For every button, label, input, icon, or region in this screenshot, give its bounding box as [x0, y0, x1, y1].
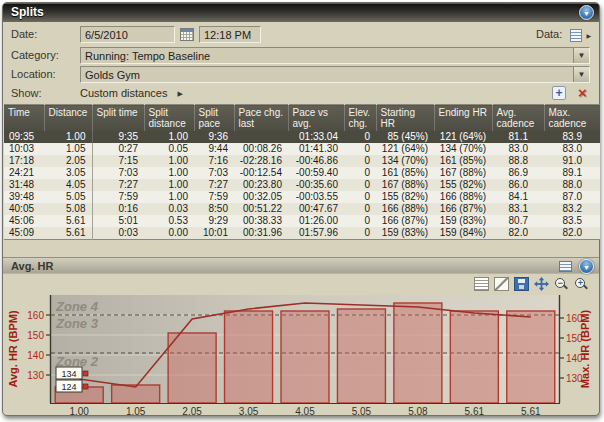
column-header[interactable]: Split time — [92, 105, 144, 132]
delete-split-button[interactable]: × — [575, 85, 590, 100]
table-cell: -00:03.55 — [288, 191, 344, 203]
column-header[interactable]: Split pace — [194, 105, 234, 132]
table-cell: 0.53 — [144, 215, 194, 227]
column-header[interactable]: Split distance — [144, 105, 194, 132]
table-cell: 89.1 — [544, 167, 600, 179]
data-icon[interactable] — [570, 29, 582, 42]
table-cell: 01:41.30 — [288, 143, 344, 155]
table-cell: 83.5 — [544, 215, 600, 227]
table-cell: 5:01 — [92, 215, 144, 227]
zone-label: Zone 4 — [55, 299, 99, 314]
table-row[interactable]: 24:213.057:031.007:03-00:12.54-00:59.400… — [4, 167, 600, 179]
table-cell: 31:48 — [4, 179, 44, 191]
data-table-view-icon[interactable] — [474, 277, 489, 291]
table-cell: 45:06 — [4, 215, 44, 227]
table-cell: 01:57.96 — [288, 227, 344, 240]
table-cell: 40:05 — [4, 203, 44, 215]
table-cell: 83.2 — [544, 203, 600, 215]
table-cell: 8:50 — [194, 203, 234, 215]
table-cell: 00:51.22 — [234, 203, 288, 215]
table-cell: 83.0 — [544, 143, 600, 155]
table-cell: 85 (45%) — [376, 131, 434, 143]
table-cell: 0 — [344, 227, 376, 240]
column-header[interactable]: Pace vs avg. — [288, 105, 344, 132]
calendar-icon[interactable] — [180, 28, 194, 41]
column-header[interactable]: Elev. chg. — [344, 105, 376, 132]
chart-menu-icon[interactable] — [559, 261, 572, 272]
chevron-down-icon: ▼ — [580, 7, 593, 20]
time-input[interactable]: 12:18 PM — [199, 26, 261, 43]
column-header[interactable]: Distance — [44, 105, 92, 132]
table-row[interactable]: 39:485.057:591.007:5900:32.05-00:03.5501… — [4, 191, 600, 203]
zoom-in-icon[interactable]: + — [574, 277, 589, 291]
table-cell: 81.1 — [492, 131, 544, 143]
table-cell: 0 — [344, 191, 376, 203]
table-cell: -00:35.60 — [288, 179, 344, 191]
splits-collapse-button[interactable]: ▼ — [579, 5, 594, 20]
add-split-button[interactable]: + — [552, 86, 566, 100]
category-select[interactable]: Running: Tempo Baseline ▼ — [80, 47, 590, 64]
table-cell: 7:27 — [194, 179, 234, 191]
table-cell: -00:59.40 — [288, 167, 344, 179]
table-cell: 7:03 — [92, 167, 144, 179]
table-cell: 166 (87%) — [434, 203, 492, 215]
chart-view-icon[interactable] — [494, 277, 509, 291]
table-cell: 0 — [344, 203, 376, 215]
pan-icon[interactable] — [534, 277, 549, 291]
avg-hr-collapse-button[interactable]: ▼ — [579, 259, 594, 274]
location-dropdown-button[interactable]: ▼ — [573, 67, 589, 82]
x-tick-label: 5.08 — [408, 406, 428, 417]
table-row[interactable]: 17:182.057:151.007:16-02:28.16-00:46.860… — [4, 155, 600, 167]
column-header[interactable]: Starting HR — [376, 105, 434, 132]
splits-titlebar: Splits ▼ — [3, 3, 599, 22]
category-dropdown-button[interactable]: ▼ — [573, 48, 589, 63]
category-row: Category: Running: Tempo Baseline ▼ — [3, 47, 599, 65]
save-icon[interactable] — [514, 277, 529, 291]
date-input[interactable]: 6/5/2010 — [80, 26, 175, 43]
table-cell: 9:36 — [194, 131, 234, 143]
table-row[interactable]: 45:095.610:030.0010:0100:31.9601:57.9601… — [4, 227, 600, 240]
table-cell: 0 — [344, 179, 376, 191]
table-row[interactable]: 09:351.009:351.009:3601:33.04085 (45%)12… — [4, 131, 600, 143]
table-cell: 45:09 — [4, 227, 44, 240]
table-cell: 167 (88%) — [376, 179, 434, 191]
column-header[interactable]: Time — [4, 105, 44, 132]
splits-window: Splits ▼ Date: 6/5/2010 12:18 PM Data: ▶… — [2, 2, 600, 416]
zoom-out-icon[interactable]: − — [554, 277, 569, 291]
y-tick-left: 130 — [27, 370, 44, 381]
column-header[interactable]: Max. cadence — [544, 105, 600, 132]
x-tick-label: 4.05 — [295, 406, 315, 417]
table-row[interactable]: 45:065.615:010.539:2900:38.3301:26.00016… — [4, 215, 600, 227]
table-cell: 121 (64%) — [434, 131, 492, 143]
table-row[interactable]: 10:031.050:270.059:4400:08.2601:41.30012… — [4, 143, 600, 155]
table-cell: 5.05 — [44, 191, 92, 203]
chevron-down-icon: ▼ — [580, 261, 593, 274]
chevron-down-icon: ▼ — [578, 70, 586, 79]
table-cell: 7:59 — [194, 191, 234, 203]
avg-hr-chart[interactable]: Zone 4Zone 3Zone 21341241301301401401501… — [3, 293, 599, 417]
table-cell: 166 (88%) — [376, 203, 434, 215]
date-label: Date: — [11, 28, 37, 40]
table-cell: 159 (84%) — [434, 227, 492, 240]
column-header[interactable]: Avg. cadence — [492, 105, 544, 132]
show-distances-link[interactable]: Custom distances▶ — [80, 87, 183, 99]
table-row[interactable]: 31:484.057:271.007:2700:23.80-00:35.6001… — [4, 179, 600, 191]
location-select[interactable]: Golds Gym ▼ — [80, 66, 590, 83]
left-axis-title: Avg. HR (BPM) — [7, 310, 19, 388]
table-cell: 83.9 — [544, 131, 600, 143]
table-cell: 159 (83%) — [376, 227, 434, 240]
column-header[interactable]: Ending HR — [434, 105, 492, 132]
column-header[interactable]: Pace chg. last — [234, 105, 288, 132]
table-cell: -00:12.54 — [234, 167, 288, 179]
table-cell: 0.03 — [144, 203, 194, 215]
table-cell: 84.1 — [492, 191, 544, 203]
table-cell: -00:46.86 — [288, 155, 344, 167]
table-cell: 0.00 — [144, 227, 194, 240]
show-value: Custom distances — [80, 87, 167, 99]
table-cell: 5.61 — [44, 215, 92, 227]
table-row[interactable]: 40:055.080:160.038:5000:51.2200:47.67016… — [4, 203, 600, 215]
table-cell: 88.8 — [492, 155, 544, 167]
table-cell: 7:03 — [194, 167, 234, 179]
panel-title: Splits — [11, 3, 44, 22]
data-expand-arrow-icon[interactable]: ▶ — [586, 33, 591, 39]
